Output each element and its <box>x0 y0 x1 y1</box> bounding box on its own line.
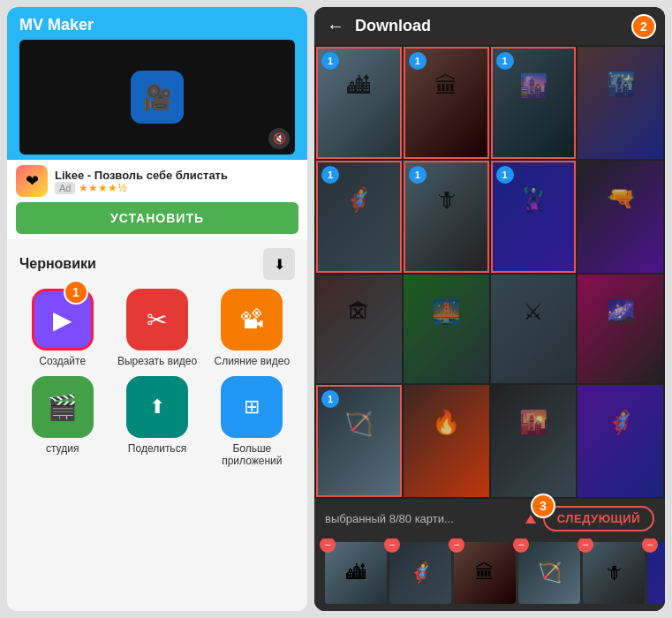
photo-cell-13[interactable]: 🏹 1 <box>316 385 402 497</box>
install-button[interactable]: УСТАНОВИТЬ <box>16 202 298 234</box>
cut-label: Вырезать видео <box>117 355 197 367</box>
drafts-download-icon[interactable]: ⬇ <box>263 248 295 280</box>
selected-thumb-2[interactable]: − 🦸 <box>389 542 451 604</box>
ad-label: Ad <box>55 182 75 194</box>
selected-thumb-1[interactable]: − 🏙 <box>325 542 387 604</box>
drafts-section: Черновики ⬇ 1 ▶ Создайте ✂ Вырезать виде… <box>7 239 307 611</box>
selected-count-text: выбранный 8/80 карти... <box>325 512 518 525</box>
ad-info: ❤ Likee - Позволь себе блистать Ad ★★★★½ <box>7 160 307 202</box>
studio-icon: 🎬 <box>32 376 94 438</box>
cut-icon: ✂ <box>126 289 188 350</box>
ad-label-row: Ad ★★★★½ <box>55 182 298 194</box>
action-item-merge[interactable]: 📽 Слияние видео <box>209 289 295 367</box>
ad-stars: ★★★★½ <box>79 182 126 194</box>
action-item-create[interactable]: 1 ▶ Создайте <box>19 289 105 367</box>
photo-cell-5[interactable]: 🦸 1 <box>316 161 402 273</box>
step-1-badge: 1 <box>64 280 88 305</box>
ad-app-name: Likee - Позволь себе блистать <box>55 169 298 182</box>
photo-grid: 🏙 1 🏛 1 🌆 1 🌃 🦸 1 🗡 1 🦹 1 🔫 <box>314 45 665 499</box>
photo-cell-2[interactable]: 🏛 1 <box>404 47 489 159</box>
left-panel: MV Maker 🎥 🔇 ❤ Likee - Позволь себе блис… <box>7 7 307 611</box>
select-badge-6: 1 <box>409 166 427 184</box>
photo-cell-10[interactable]: 🌉 <box>404 275 489 383</box>
back-button[interactable]: ← <box>327 16 344 36</box>
drafts-header: Черновики ⬇ <box>19 248 295 280</box>
download-title: Download <box>355 17 636 35</box>
photo-cell-9[interactable]: 🏚 <box>316 275 402 383</box>
action-item-cut[interactable]: ✂ Вырезать видео <box>114 289 200 367</box>
selected-thumbs-row: − 🏙 − 🦸 − 🏛 − 🏹 − 🗡 <box>314 539 665 611</box>
photo-cell-15[interactable]: 🌇 <box>491 385 577 497</box>
share-icon: ⬆ <box>126 376 188 438</box>
photo-cell-11[interactable]: ⚔ <box>491 275 577 383</box>
action-item-studio[interactable]: 🎬 студия <box>19 376 105 467</box>
share-label: Поделиться <box>128 442 186 455</box>
photo-cell-6[interactable]: 🗡 1 <box>404 161 489 273</box>
bottom-bar: выбранный 8/80 карти... 3 СЛЕДУЮЩИЙ <box>314 499 665 539</box>
right-panel: ← Download ▾ 2 🏙 1 🏛 1 🌆 1 🌃 🦸 1 🗡 1 <box>314 7 665 611</box>
photo-cell-1[interactable]: 🏙 1 <box>316 47 402 159</box>
merge-icon: 📽 <box>221 289 283 350</box>
photo-cell-12[interactable]: 🌌 <box>578 275 663 383</box>
selected-thumb-5[interactable]: − 🗡 <box>583 542 645 604</box>
next-button[interactable]: СЛЕДУЮЩИЙ <box>543 506 654 531</box>
select-badge-5: 1 <box>321 166 339 184</box>
ad-text: Likee - Позволь себе блистать Ad ★★★★½ <box>55 169 298 194</box>
step-3-badge: 3 <box>531 494 555 518</box>
more-icon: ⊞ <box>221 376 283 438</box>
ad-banner: 🎥 🔇 <box>19 40 295 154</box>
actions-grid: 1 ▶ Создайте ✂ Вырезать видео 📽 Слияние … <box>19 289 295 467</box>
more-label: Больше приложений <box>209 442 295 467</box>
select-badge-3: 1 <box>496 52 514 70</box>
studio-label: студия <box>46 442 79 455</box>
action-item-more[interactable]: ⊞ Больше приложений <box>209 376 295 467</box>
step-3-badge-wrap: 3 СЛЕДУЮЩИЙ <box>543 506 654 531</box>
photo-thumb-1: 🏙 <box>347 72 370 100</box>
selected-thumb-3[interactable]: − 🏛 <box>454 542 516 604</box>
step-2-badge: 2 <box>631 14 656 39</box>
photo-cell-14[interactable]: 🔥 <box>404 385 489 497</box>
selected-thumb-inner-1: 🏙 <box>325 542 387 604</box>
select-badge-2: 1 <box>409 52 427 70</box>
select-badge-7: 1 <box>496 166 514 184</box>
photo-cell-16[interactable]: 🦸 <box>578 385 663 497</box>
photo-cell-8[interactable]: 🔫 <box>578 161 663 273</box>
selected-thumb-6[interactable]: − 🦹 <box>647 542 665 604</box>
likee-logo: ❤ <box>16 165 48 197</box>
triangle-up-icon[interactable] <box>525 515 536 524</box>
photo-cell-4[interactable]: 🌃 <box>578 47 663 159</box>
sound-off-icon: 🔇 <box>268 128 290 149</box>
create-label: Создайте <box>39 355 86 367</box>
app-title: MV Maker <box>19 16 295 34</box>
photo-cell-3[interactable]: 🌆 1 <box>491 47 577 159</box>
photo-cell-7[interactable]: 🦹 1 <box>491 161 577 273</box>
select-badge-1: 1 <box>321 52 339 70</box>
right-header: ← Download ▾ 2 <box>314 7 665 45</box>
left-header: MV Maker 🎥 🔇 <box>7 7 307 160</box>
action-item-share[interactable]: ⬆ Поделиться <box>114 376 200 467</box>
merge-label: Слияние видео <box>215 355 291 367</box>
drafts-title: Черновики <box>19 256 96 272</box>
select-badge-13: 1 <box>321 390 339 408</box>
selected-thumb-4[interactable]: − 🏹 <box>518 542 580 604</box>
camera-icon: 🎥 <box>131 71 184 124</box>
